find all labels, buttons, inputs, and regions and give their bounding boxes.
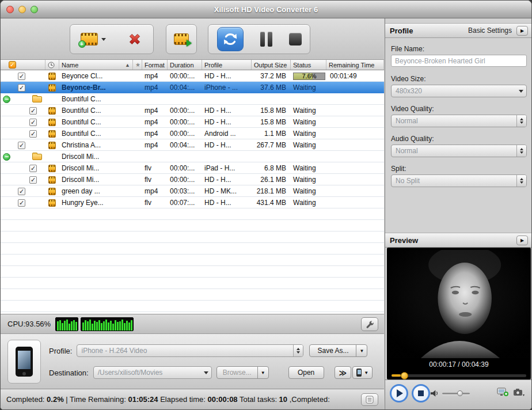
row-checkbox[interactable]: ✓ [29,165,37,172]
browse-button[interactable]: Browse... [216,366,258,379]
duration-column-header[interactable]: Duration [168,60,202,70]
check-all-checkbox[interactable]: ✓ [9,61,16,69]
preview-expand-button[interactable]: ▶ [516,236,528,245]
title-bar[interactable]: Xilisoft HD Video Converter 6 [1,1,531,18]
basic-settings-label[interactable]: Basic Settings [468,26,512,35]
save-as-button[interactable]: Save As... [309,344,356,357]
collapse-minus-icon[interactable]: − [3,96,10,103]
duration-cell: 00:07:... [168,197,202,208]
destination-dropdown-arrow[interactable] [201,367,211,378]
row-checkbox[interactable]: ✓ [18,84,25,92]
add-files-button[interactable]: + [81,33,106,45]
pause-button[interactable] [260,32,272,47]
compare-button[interactable] [496,386,510,398]
table-row[interactable]: ✓Bountiful C...mp400:00:...Android ...1.… [1,128,384,139]
favorite-column-header[interactable]: ★ [133,60,142,70]
audio-quality-select[interactable]: Normal [391,145,527,157]
profile-label: Profile: [49,347,72,355]
table-row[interactable]: ✓Hungry Eye...flv00:07:...HD - H...431.4… [1,197,384,208]
split-stepper[interactable] [516,175,526,187]
row-checkbox[interactable]: ✓ [18,199,25,207]
clock-column-header[interactable] [45,60,59,70]
remaining-time-cell [326,105,384,116]
row-checkbox[interactable]: ✓ [18,142,25,149]
row-checkbox[interactable]: ✓ [18,73,25,80]
seek-slider[interactable] [392,372,526,379]
green-arrow-icon [187,40,192,47]
profile-cell: iPhone - ... [202,82,252,93]
seek-knob[interactable] [401,372,408,379]
video-size-select[interactable]: 480x320 [391,85,527,97]
task-log-button[interactable] [361,393,378,406]
volume-slider[interactable] [442,390,470,397]
file-name-input[interactable] [391,55,527,67]
camera-icon [513,388,525,397]
snapshot-button[interactable] [512,386,526,398]
screen-edit-icon [497,387,508,397]
playback-controls [385,379,532,409]
video-preview[interactable] [389,250,529,358]
profile-expand-button[interactable]: ▶ [516,26,528,36]
minimize-button[interactable] [18,6,26,13]
preview-header-title: Preview [390,236,418,245]
file-name-cell: Hungry Eye... [59,197,133,208]
duration-cell: 00:00:... [168,105,202,116]
table-row[interactable]: −Driscoll Mi... [1,151,384,162]
output-size-column-header[interactable]: Output Size [252,60,291,70]
output-size-cell: 37.6 MB [252,82,291,93]
row-checkbox[interactable]: ✓ [29,107,37,115]
profile-stepper[interactable] [293,345,303,356]
duration-cell: 00:00:... [168,116,202,128]
table-row[interactable]: −Bountiful C... [1,93,384,105]
profile-cell: HD - H... [202,197,252,208]
browse-dropdown-button[interactable]: ▼ [257,366,269,379]
audio-quality-stepper[interactable] [516,145,526,157]
open-button[interactable]: Open [288,366,324,379]
device-export-button[interactable]: ▼ [352,366,373,379]
stop-playback-button[interactable] [412,384,430,403]
split-select[interactable]: No Split [391,174,527,187]
merge-button[interactable] [174,33,189,45]
video-quality-stepper[interactable] [516,115,526,127]
video-frame-image [389,250,529,358]
volume-knob[interactable] [457,390,463,396]
table-row[interactable]: ✓Bountiful C...mp400:00:...HD - H...15.8… [1,116,384,128]
stop-button[interactable] [289,33,302,45]
row-checkbox[interactable]: ✓ [29,119,37,126]
remaining-time-cell [326,82,384,93]
delete-button[interactable] [126,31,143,48]
format-cell: mp4 [142,105,168,116]
destination-select[interactable]: /Users/xilisoft/Movies [93,366,212,379]
table-row[interactable]: ✓green day ...mp400:03:...HD - MK...218.… [1,185,384,197]
convert-button[interactable] [217,27,244,51]
collapse-minus-icon[interactable]: − [3,153,10,161]
table-row[interactable]: ✓Bountiful C...mp400:00:...HD - H...15.8… [1,105,384,116]
table-row[interactable]: ✓Driscoll Mi...flv00:00:...iPad - H...6.… [1,162,384,174]
check-column-header[interactable]: ✓ [1,60,45,70]
video-file-icon [48,199,56,207]
format-column-header[interactable]: Format [142,60,168,70]
add-files-dropdown-arrow-icon[interactable] [101,38,106,41]
profile-column-header[interactable]: Profile [202,60,252,70]
remaining-time-column-header[interactable]: Remaining Time [326,60,384,70]
table-row[interactable]: ✓Beyonce Cl...mp400:00:...HD - H...37.2 … [1,70,384,82]
table-row[interactable]: ✓Beyonce-Br...mp400:04:...iPhone - ...37… [1,82,384,93]
table-row[interactable]: ✓Driscoll Mi...flv00:00:...HD - H...26.1… [1,174,384,185]
profile-select[interactable]: iPhone - H.264 Video [77,344,303,357]
row-checkbox[interactable]: ✓ [29,130,37,138]
play-button[interactable] [390,384,408,403]
name-column-header[interactable]: Name ▲ [59,60,133,70]
status-column-header[interactable]: Status [291,60,326,70]
zoom-button[interactable] [31,6,38,13]
row-checkbox[interactable]: ✓ [18,188,25,195]
video-quality-select[interactable]: Normal [391,115,527,127]
table-row[interactable]: ✓Christina A...mp400:04:...HD - H...267.… [1,139,384,151]
file-name-label: File Name: [391,45,527,53]
preview-area: 00:00:17 / 00:04:39 [387,248,531,379]
profile-cell: HD - MK... [202,185,252,197]
transfer-button[interactable]: ≫ [335,366,352,379]
save-as-dropdown-button[interactable]: ▼ [356,344,367,357]
close-button[interactable] [6,6,14,13]
row-checkbox[interactable]: ✓ [29,176,37,184]
settings-wrench-button[interactable] [361,317,378,331]
